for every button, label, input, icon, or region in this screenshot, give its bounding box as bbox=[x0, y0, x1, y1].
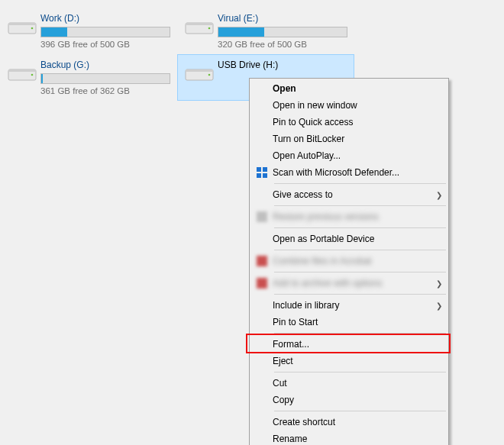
svg-rect-14 bbox=[257, 173, 261, 178]
menu-item-label: Pin to Quick access bbox=[273, 117, 436, 127]
drive-free-text: 396 GB free of 500 GB bbox=[40, 40, 172, 49]
drive-free-text: 361 GB free of 362 GB bbox=[40, 86, 172, 95]
menu-item-label: Scan with Microsoft Defender... bbox=[273, 167, 436, 178]
menu-item-label: Copy bbox=[273, 395, 436, 405]
drive-item[interactable]: Virual (E:)320 GB free of 500 GB bbox=[177, 8, 354, 54]
drive-item[interactable]: Work (D:)396 GB free of 500 GB bbox=[0, 8, 177, 54]
app-icon bbox=[257, 211, 267, 222]
menu-item-label: Cut bbox=[273, 378, 436, 389]
svg-point-2 bbox=[31, 27, 34, 30]
drive-icon bbox=[183, 58, 216, 82]
submenu-arrow-icon: ❯ bbox=[436, 191, 447, 199]
menu-item[interactable]: Open in new window bbox=[251, 97, 447, 114]
svg-rect-10 bbox=[186, 69, 213, 72]
drive-name: Virual (E:) bbox=[218, 11, 349, 27]
menu-item-label: Restore previous versions bbox=[273, 211, 436, 222]
svg-rect-1 bbox=[8, 23, 36, 25]
menu-separator bbox=[274, 294, 446, 295]
menu-separator bbox=[274, 372, 446, 372]
menu-item[interactable]: Add to archive with options❯ bbox=[251, 275, 447, 292]
svg-rect-4 bbox=[186, 23, 213, 25]
menu-item-label: Create shortcut bbox=[273, 417, 436, 427]
menu-item-label: Eject bbox=[273, 356, 436, 366]
menu-item[interactable]: Turn on BitLocker bbox=[251, 131, 447, 147]
menu-item-label: Turn on BitLocker bbox=[273, 134, 436, 144]
drive-free-text: 320 GB free of 500 GB bbox=[218, 40, 349, 49]
context-menu: OpenOpen in new windowPin to Quick acces… bbox=[249, 78, 449, 445]
svg-rect-12 bbox=[257, 167, 261, 172]
menu-item[interactable]: Format... bbox=[251, 336, 447, 353]
drive-item[interactable]: Backup (G:)361 GB free of 362 GB bbox=[0, 54, 177, 101]
storage-bar bbox=[40, 73, 170, 84]
menu-item[interactable]: Create shortcut bbox=[251, 414, 447, 430]
svg-rect-15 bbox=[263, 173, 267, 178]
svg-rect-7 bbox=[8, 69, 36, 72]
menu-separator bbox=[274, 272, 446, 272]
svg-point-8 bbox=[31, 74, 34, 76]
storage-bar bbox=[40, 27, 170, 37]
defender-icon bbox=[257, 167, 267, 178]
drive-name: USB Drive (H:) bbox=[218, 58, 349, 73]
submenu-arrow-icon: ❯ bbox=[436, 302, 447, 310]
menu-item-label: Open bbox=[273, 83, 436, 94]
menu-item[interactable]: Rename bbox=[251, 430, 447, 445]
menu-item-label: Combine files in Acrobat bbox=[273, 256, 436, 266]
menu-item-label: Give access to bbox=[273, 189, 436, 200]
menu-item[interactable]: Pin to Start bbox=[251, 314, 447, 331]
menu-item-label: Add to archive with options bbox=[273, 278, 436, 289]
app-icon bbox=[257, 278, 267, 289]
svg-rect-13 bbox=[263, 167, 267, 172]
storage-bar bbox=[218, 27, 347, 37]
menu-item[interactable]: Eject bbox=[251, 353, 447, 369]
menu-item[interactable]: Open AutoPlay... bbox=[251, 147, 447, 164]
drive-icon bbox=[5, 11, 39, 36]
menu-item[interactable]: Cut bbox=[251, 375, 447, 392]
menu-item[interactable]: Scan with Microsoft Defender... bbox=[251, 164, 447, 181]
drive-name: Work (D:) bbox=[40, 11, 172, 27]
drive-name: Backup (G:) bbox=[40, 58, 172, 73]
menu-item[interactable]: Restore previous versions bbox=[251, 208, 447, 225]
menu-item[interactable]: Open bbox=[251, 80, 447, 97]
menu-separator bbox=[274, 227, 446, 228]
menu-item[interactable]: Give access to❯ bbox=[251, 186, 447, 203]
drive-icon bbox=[5, 58, 39, 82]
menu-separator bbox=[274, 250, 446, 250]
menu-item-label: Include in library bbox=[273, 300, 436, 311]
menu-item-label: Open AutoPlay... bbox=[273, 150, 436, 161]
menu-item-label: Rename bbox=[273, 434, 436, 444]
menu-item[interactable]: Combine files in Acrobat bbox=[251, 253, 447, 269]
submenu-arrow-icon: ❯ bbox=[436, 279, 447, 288]
menu-separator bbox=[274, 183, 446, 184]
menu-separator bbox=[274, 333, 446, 334]
menu-item[interactable]: Pin to Quick access bbox=[251, 114, 447, 131]
svg-point-11 bbox=[208, 74, 211, 76]
drive-icon bbox=[183, 11, 216, 36]
menu-item[interactable]: Copy bbox=[251, 392, 447, 408]
svg-point-5 bbox=[208, 27, 211, 30]
app-icon bbox=[257, 256, 267, 266]
menu-separator bbox=[274, 205, 446, 206]
menu-item-label: Pin to Start bbox=[273, 317, 436, 327]
menu-item[interactable]: Include in library❯ bbox=[251, 297, 447, 314]
menu-separator bbox=[274, 411, 446, 411]
menu-item-label: Format... bbox=[273, 339, 436, 350]
menu-item-label: Open in new window bbox=[273, 100, 436, 111]
menu-item[interactable]: Open as Portable Device bbox=[251, 231, 447, 247]
menu-item-label: Open as Portable Device bbox=[273, 234, 436, 244]
